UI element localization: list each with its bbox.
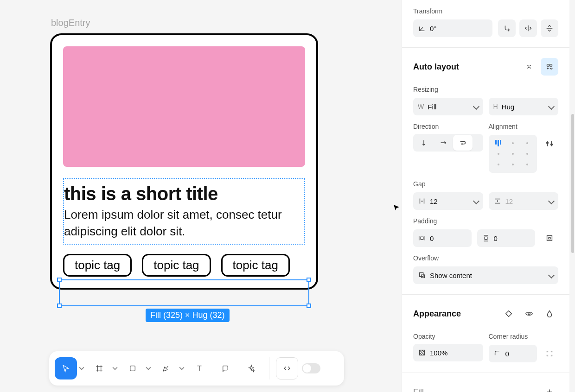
align-top-left-active (495, 140, 501, 146)
pad-h-icon (418, 234, 426, 242)
dev-mode-toggle[interactable] (302, 363, 320, 373)
svg-rect-9 (421, 237, 423, 239)
chevron-down-icon (548, 198, 555, 204)
resizing-label: Resizing (413, 78, 558, 97)
design-canvas[interactable]: blogEntry this is a short title Lorem ip… (0, 0, 402, 392)
direction-horizontal-button[interactable] (434, 135, 453, 151)
topic-tag[interactable]: topic tag (221, 254, 290, 277)
gap-h-icon (418, 197, 426, 205)
variable-button[interactable] (500, 305, 518, 322)
gap-label: Gap (413, 173, 558, 191)
gap-v-icon (493, 197, 502, 205)
direction-label: Direction (413, 115, 483, 134)
move-tool[interactable] (55, 357, 77, 379)
flip-vertical-button[interactable] (541, 19, 558, 37)
selection-size-badge: Fill (325) × Hug (32) (146, 309, 230, 322)
corner-radius-field[interactable]: 0 (489, 345, 537, 362)
text-block[interactable]: this is a short title Lorem ipsum dolor … (63, 178, 305, 245)
image-placeholder[interactable] (63, 46, 305, 167)
pen-tool[interactable] (155, 357, 177, 379)
frame-tool[interactable] (88, 357, 110, 379)
direction-group (413, 134, 483, 152)
toggle-knob (303, 364, 311, 373)
frame-name-label[interactable]: blogEntry (51, 18, 90, 28)
dev-mode-icon[interactable] (276, 357, 298, 379)
direction-vertical-button[interactable] (414, 135, 434, 151)
individual-padding-button[interactable] (541, 229, 558, 247)
chevron-down-icon[interactable] (146, 366, 151, 371)
svg-rect-10 (485, 237, 487, 239)
chevron-down-icon[interactable] (179, 366, 185, 371)
actions-tool[interactable] (240, 357, 262, 379)
scrollbar-thumb[interactable] (571, 114, 574, 253)
rotation-field[interactable]: 0° (413, 19, 492, 37)
svg-rect-5 (547, 64, 549, 67)
collapse-auto-layout-button[interactable] (520, 58, 538, 76)
blog-entry-frame[interactable]: this is a short title Lorem ipsum dolor … (50, 33, 318, 290)
corner-radius-label: Corner radius (489, 325, 559, 344)
toolbar-separator (269, 357, 269, 379)
padding-horizontal-field[interactable]: 0 (413, 229, 472, 247)
scrollbar (570, 0, 574, 392)
blend-mode-button[interactable] (541, 305, 558, 322)
svg-point-15 (528, 313, 530, 315)
flip-horizontal-button[interactable] (519, 19, 537, 37)
padding-label: Padding (413, 210, 558, 228)
add-fill-button[interactable] (541, 383, 558, 392)
alignment-grid[interactable] (489, 135, 537, 173)
gap-vertical-field[interactable]: 12 (489, 192, 559, 210)
padding-vertical-field[interactable]: 0 (477, 229, 536, 247)
appearance-title: Appearance (413, 309, 461, 319)
chevron-down-icon (548, 272, 555, 278)
tags-row[interactable]: topic tag topic tag topic tag (63, 254, 305, 277)
opacity-icon (418, 348, 426, 357)
overflow-icon (418, 271, 426, 279)
alignment-label: Alignment (489, 115, 559, 134)
height-resizing-field[interactable]: H Hug (489, 98, 559, 115)
width-resizing-field[interactable]: W Fill (413, 98, 483, 115)
svg-rect-12 (549, 237, 550, 239)
comment-tool[interactable] (214, 357, 236, 379)
chevron-down-icon[interactable] (112, 366, 118, 371)
rotate-90-button[interactable] (498, 19, 516, 37)
text-tool[interactable] (188, 357, 211, 379)
alignment-advanced-button[interactable] (541, 135, 558, 152)
individual-corners-button[interactable] (541, 345, 558, 362)
direction-wrap-button[interactable] (453, 135, 473, 151)
opacity-field[interactable]: 100% (413, 344, 483, 361)
topic-tag[interactable]: topic tag (63, 254, 132, 277)
tool-toolbar (49, 351, 344, 386)
shape-tool[interactable] (121, 357, 144, 379)
fill-title: Fill (413, 387, 424, 392)
auto-layout-title: Auto layout (413, 62, 459, 72)
transform-label: Transform (413, 0, 558, 19)
chevron-down-icon[interactable] (79, 366, 84, 371)
corner-icon (493, 349, 502, 358)
topic-tag[interactable]: topic tag (142, 254, 211, 277)
svg-rect-6 (550, 64, 552, 67)
pad-v-icon (482, 234, 490, 242)
resize-handle[interactable] (57, 303, 62, 308)
gap-horizontal-field[interactable]: 12 (413, 192, 483, 210)
cursor-icon (393, 204, 400, 212)
auto-layout-mode-button[interactable] (541, 58, 558, 76)
chevron-down-icon (473, 103, 479, 110)
opacity-label: Opacity (413, 325, 483, 344)
chevron-down-icon (548, 103, 555, 110)
overflow-field[interactable]: Show content (413, 266, 558, 284)
visibility-button[interactable] (520, 305, 538, 322)
svg-rect-11 (547, 236, 552, 241)
overflow-label: Overflow (413, 247, 558, 266)
blog-body[interactable]: Lorem ipsum dolor sit amet, consec tetur… (64, 206, 304, 240)
blog-title[interactable]: this is a short title (64, 179, 304, 206)
properties-panel[interactable]: Transform 0° Auto layout (402, 0, 569, 392)
angle-icon (418, 24, 426, 32)
resize-handle[interactable] (307, 303, 311, 308)
svg-rect-4 (130, 366, 135, 371)
chevron-down-icon (473, 198, 479, 204)
